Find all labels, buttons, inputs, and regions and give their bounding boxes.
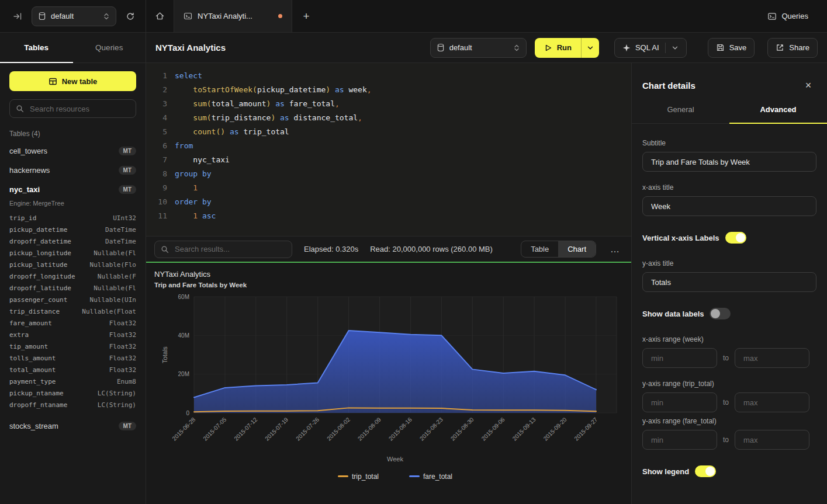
sidebar-search[interactable] bbox=[9, 99, 136, 118]
column-type: Nullable(Fl bbox=[94, 284, 136, 292]
line-number: 7 bbox=[146, 153, 167, 167]
line-number: 1 bbox=[146, 69, 167, 83]
table-item-nyc_taxi[interactable]: nyc_taxiMT bbox=[9, 180, 136, 199]
topbar-database-selector[interactable]: default bbox=[32, 6, 116, 26]
column-row[interactable]: dropoff_datetimeDateTime bbox=[9, 235, 136, 247]
columns-list: trip_idUInt32pickup_datetimeDateTimedrop… bbox=[9, 212, 136, 411]
sidebar-tab-queries[interactable]: Queries bbox=[73, 33, 146, 62]
column-row[interactable]: fare_amountFloat32 bbox=[9, 317, 136, 329]
table-item-stocks_stream[interactable]: stocks_streamMT bbox=[9, 416, 136, 436]
queries-button[interactable]: Queries bbox=[760, 6, 815, 26]
vertical-labels-toggle[interactable] bbox=[725, 232, 746, 244]
column-row[interactable]: dropoff_ntanameLC(String) bbox=[9, 399, 136, 411]
table-name: nyc_taxi bbox=[9, 185, 40, 194]
column-row[interactable]: trip_distanceNullable(Float bbox=[9, 305, 136, 317]
query-database-selector[interactable]: default bbox=[430, 38, 527, 58]
more-options-button[interactable]: … bbox=[608, 244, 623, 255]
sidebar-search-input[interactable] bbox=[29, 104, 130, 114]
column-row[interactable]: pickup_latitudeNullable(Flo bbox=[9, 259, 136, 270]
sql-code[interactable]: select toStartOfWeek(pickup_datetime) as… bbox=[167, 69, 631, 236]
svg-text:40M: 40M bbox=[178, 332, 189, 339]
table-name: hackernews bbox=[9, 166, 50, 175]
y-range-trip-max-input[interactable] bbox=[742, 398, 802, 408]
y-range-fare-min-input[interactable] bbox=[650, 435, 710, 445]
x-range-label: x-axis range (week) bbox=[642, 335, 816, 343]
legend-item-trip_total[interactable]: trip_total bbox=[338, 472, 379, 481]
x-range-max-input[interactable] bbox=[742, 353, 802, 363]
column-row[interactable]: pickup_longitudeNullable(Fl bbox=[9, 247, 136, 259]
new-table-button[interactable]: New table bbox=[9, 71, 136, 91]
collapse-sidebar-button[interactable] bbox=[9, 8, 26, 25]
results-search[interactable] bbox=[154, 241, 292, 258]
home-button[interactable] bbox=[146, 0, 174, 32]
elapsed-stat: Elapsed: 0.320s bbox=[304, 245, 358, 253]
column-row[interactable]: passenger_countNullable(UIn bbox=[9, 294, 136, 305]
toggle-knob bbox=[711, 309, 720, 318]
column-row[interactable]: tip_amountFloat32 bbox=[9, 340, 136, 352]
code-line: count() as trip_total bbox=[175, 125, 631, 139]
run-options-button[interactable] bbox=[581, 38, 599, 58]
table-item-hackernews[interactable]: hackernewsMT bbox=[9, 161, 136, 180]
save-button[interactable]: Save bbox=[708, 38, 755, 58]
y-range-trip-min-input[interactable] bbox=[650, 398, 710, 408]
queries-button-label: Queries bbox=[781, 12, 808, 20]
subtitle-input[interactable] bbox=[650, 157, 809, 167]
column-row[interactable]: payment_typeEnum8 bbox=[9, 376, 136, 387]
run-button[interactable]: Run bbox=[535, 38, 581, 58]
code-token: week bbox=[344, 85, 367, 94]
tab-general[interactable]: General bbox=[632, 103, 729, 123]
sidebar-tab-tables[interactable]: Tables bbox=[0, 33, 73, 62]
sql-ai-button[interactable]: SQL AI bbox=[614, 38, 687, 58]
view-table-button[interactable]: Table bbox=[521, 241, 558, 257]
column-row[interactable]: dropoff_longitudeNullable(F bbox=[9, 270, 136, 282]
column-name: total_amount bbox=[9, 366, 56, 374]
topbar-left: default bbox=[0, 0, 146, 32]
svg-text:0: 0 bbox=[186, 410, 189, 416]
updown-chevron-icon bbox=[103, 12, 110, 20]
topbar-database-value: default bbox=[51, 12, 74, 20]
line-number: 10 bbox=[146, 195, 167, 209]
line-number: 11 bbox=[146, 209, 167, 223]
results-search-input[interactable] bbox=[174, 244, 286, 254]
column-name: extra bbox=[9, 331, 29, 339]
refresh-button[interactable] bbox=[122, 8, 139, 25]
code-token: , bbox=[367, 85, 372, 94]
updown-chevron-icon bbox=[513, 44, 520, 52]
tab-advanced[interactable]: Advanced bbox=[729, 103, 827, 123]
svg-text:2015-08-16: 2015-08-16 bbox=[387, 416, 413, 442]
y-axis-title-input[interactable] bbox=[650, 277, 809, 287]
new-tab-button[interactable]: + bbox=[292, 0, 320, 32]
x-range-min-input[interactable] bbox=[650, 353, 710, 363]
y-axis-title-field bbox=[642, 272, 816, 292]
data-labels-toggle[interactable] bbox=[710, 308, 731, 319]
legend-item-fare_total[interactable]: fare_total bbox=[409, 472, 452, 481]
column-row[interactable]: trip_idUInt32 bbox=[9, 212, 136, 224]
svg-text:2015-09-13: 2015-09-13 bbox=[511, 416, 537, 442]
vertical-labels-label: Vertical x-axis Labels bbox=[642, 234, 719, 242]
column-type: Float32 bbox=[109, 331, 136, 339]
collapse-sidebar-icon bbox=[13, 12, 22, 21]
y-range-trip-label: y-axis range (trip_total) bbox=[642, 380, 816, 388]
share-button[interactable]: Share bbox=[767, 38, 818, 58]
tables-list: cell_towersMThackernewsMTnyc_taxiMTEngin… bbox=[9, 141, 136, 436]
y-range-fare-max-input[interactable] bbox=[742, 435, 802, 445]
show-legend-toggle[interactable] bbox=[695, 465, 716, 477]
column-row[interactable]: pickup_datetimeDateTime bbox=[9, 224, 136, 235]
x-axis-title-input[interactable] bbox=[650, 201, 809, 211]
code-token: , bbox=[358, 113, 362, 122]
close-panel-button[interactable]: × bbox=[801, 78, 815, 92]
column-row[interactable]: pickup_ntanameLC(String) bbox=[9, 387, 136, 399]
code-line: toStartOfWeek(pickup_datetime) as week, bbox=[175, 83, 631, 97]
column-name: trip_id bbox=[9, 214, 36, 222]
sql-editor[interactable]: 1234567891011 select toStartOfWeek(picku… bbox=[146, 63, 631, 236]
column-row[interactable]: total_amountFloat32 bbox=[9, 364, 136, 376]
column-row[interactable]: tolls_amountFloat32 bbox=[9, 352, 136, 364]
x-axis-title-field bbox=[642, 196, 816, 216]
table-item-cell_towers[interactable]: cell_towersMT bbox=[9, 141, 136, 161]
tab-nytaxi-analytics[interactable]: NYTaxi Analyti... bbox=[174, 0, 292, 32]
column-row[interactable]: dropoff_latitudeNullable(Fl bbox=[9, 282, 136, 294]
query-tab-icon bbox=[184, 12, 192, 20]
to-label: to bbox=[723, 436, 729, 444]
column-row[interactable]: extraFloat32 bbox=[9, 329, 136, 340]
view-chart-button[interactable]: Chart bbox=[558, 241, 596, 257]
